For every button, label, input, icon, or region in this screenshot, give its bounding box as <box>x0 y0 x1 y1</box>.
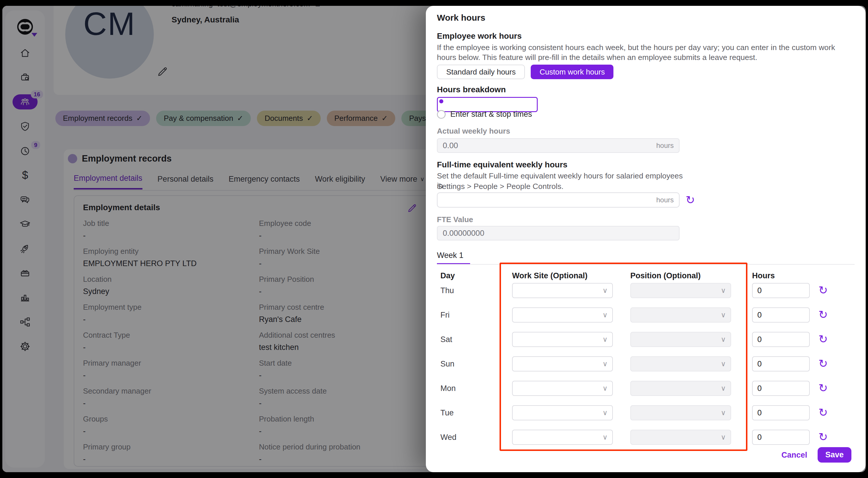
position-select[interactable]: ∨ <box>630 430 731 445</box>
day-label: Thu <box>440 286 454 295</box>
chevron-down-icon: ∨ <box>721 360 731 368</box>
day-label: Mon <box>440 384 456 393</box>
day-label: Tue <box>440 408 454 417</box>
hours-input[interactable] <box>753 332 809 346</box>
table-row-mon: Mon ∨ ∨ ↻ <box>426 381 866 396</box>
chevron-down-icon: ∨ <box>721 311 731 319</box>
work-site-select[interactable]: ∨ <box>512 405 613 420</box>
hours-input[interactable] <box>753 381 809 395</box>
chevron-down-icon: ∨ <box>602 384 612 392</box>
column-day: Day <box>440 271 455 280</box>
hours-input[interactable] <box>753 308 809 322</box>
hours-input[interactable] <box>753 357 809 371</box>
chevron-down-icon: ∨ <box>721 384 731 392</box>
chevron-down-icon: ∨ <box>721 336 731 344</box>
hours-input[interactable] <box>753 284 809 297</box>
chevron-down-icon: ∨ <box>721 409 731 417</box>
hours-suffix: hours <box>656 196 679 204</box>
actual-weekly-hours-input[interactable] <box>437 141 656 150</box>
fte-description-line2: Settings > People > People Controls. <box>437 181 684 191</box>
standard-daily-hours-button[interactable]: Standard daily hours <box>437 65 525 79</box>
hours-input[interactable] <box>753 406 809 420</box>
position-select[interactable]: ∨ <box>630 283 731 298</box>
fte-value-label: FTE Value <box>437 215 473 224</box>
chevron-down-icon: ∨ <box>721 286 731 295</box>
screen-frame-left <box>0 0 2 478</box>
reset-row-icon[interactable]: ↻ <box>818 407 828 418</box>
chevron-down-icon: ∨ <box>602 286 612 295</box>
custom-work-hours-button[interactable]: Custom work hours <box>531 65 613 79</box>
reset-row-icon[interactable]: ↻ <box>818 383 828 393</box>
work-site-select[interactable]: ∨ <box>512 308 613 323</box>
column-position: Position (Optional) <box>630 271 701 280</box>
position-select[interactable]: ∨ <box>630 332 731 347</box>
hours-breakdown-heading: Hours breakdown <box>437 85 506 94</box>
day-label: Fri <box>440 311 450 320</box>
work-site-select[interactable]: ∨ <box>512 283 613 298</box>
day-label: Sun <box>440 359 455 369</box>
hours-mode-toggle: Standard daily hours Custom work hours <box>437 65 613 79</box>
work-site-select[interactable]: ∨ <box>512 356 613 372</box>
work-site-select[interactable]: ∨ <box>512 430 613 445</box>
fte-value-input[interactable] <box>437 229 679 238</box>
radio-unselected-icon[interactable] <box>437 110 446 119</box>
reset-row-icon[interactable]: ↻ <box>818 309 828 320</box>
chevron-down-icon: ∨ <box>602 409 612 417</box>
fte-weekly-hours-input[interactable] <box>437 196 656 205</box>
chevron-down-icon: ∨ <box>721 433 731 441</box>
week-table-header: Day Work Site (Optional) Position (Optio… <box>426 271 866 280</box>
position-select[interactable]: ∨ <box>630 381 731 396</box>
work-hours-drawer: Work hours Employee work hours If the em… <box>426 6 866 472</box>
cancel-button[interactable]: Cancel <box>772 451 816 460</box>
week-table-rows: Thu ∨ ∨ ↻ Fri ∨ ∨ ↻ Sat ∨ ∨ ↻ Sun <box>426 283 866 454</box>
fte-weekly-hours-field: hours <box>437 192 680 208</box>
week-tabs-divider <box>437 264 855 265</box>
hours-field <box>752 405 810 420</box>
position-select[interactable]: ∨ <box>630 405 731 420</box>
hours-suffix: hours <box>656 141 679 150</box>
drawer-title: Work hours <box>437 13 485 23</box>
chevron-down-icon: ∨ <box>602 433 612 441</box>
column-work-site: Work Site (Optional) <box>512 271 588 280</box>
position-select[interactable]: ∨ <box>630 356 731 372</box>
screen-frame-top <box>0 0 868 6</box>
save-button[interactable]: Save <box>817 447 851 463</box>
app-window: 16 9 $ <box>2 6 866 472</box>
hours-field <box>752 430 810 445</box>
day-label: Wed <box>440 433 457 442</box>
hours-field <box>752 356 810 372</box>
table-row-fri: Fri ∨ ∨ ↻ <box>426 308 866 323</box>
hours-input[interactable] <box>753 430 809 444</box>
table-row-sun: Sun ∨ ∨ ↻ <box>426 356 866 372</box>
radio-enter-hours[interactable]: Enter hours <box>437 97 478 106</box>
reset-row-icon[interactable]: ↻ <box>818 432 828 443</box>
hours-field <box>752 332 810 347</box>
table-row-tue: Tue ∨ ∨ ↻ <box>426 405 866 420</box>
fte-weekly-heading: Full-time equivalent weekly hours <box>437 160 567 169</box>
screen-frame-right <box>866 0 868 478</box>
hours-field <box>752 283 810 298</box>
hours-field <box>752 381 810 396</box>
radio-enter-start-stop[interactable]: Enter start & stop times <box>437 110 532 119</box>
actual-weekly-hours-label: Actual weekly hours <box>437 127 510 136</box>
chevron-down-icon: ∨ <box>602 336 612 344</box>
work-site-select[interactable]: ∨ <box>512 381 613 396</box>
table-row-wed: Wed ∨ ∨ ↻ <box>426 430 866 445</box>
reset-row-icon[interactable]: ↻ <box>818 333 828 345</box>
chevron-down-icon: ∨ <box>602 360 612 368</box>
actual-weekly-hours-field: hours <box>437 138 680 153</box>
employee-work-hours-heading: Employee work hours <box>437 31 522 41</box>
reset-row-icon[interactable]: ↻ <box>818 358 828 369</box>
tab-week-1[interactable]: Week 1 <box>437 251 463 260</box>
screen-frame-bottom <box>0 472 868 478</box>
day-label: Sat <box>440 335 452 344</box>
position-select[interactable]: ∨ <box>630 308 731 323</box>
hours-field <box>752 308 810 323</box>
table-row-sat: Sat ∨ ∨ ↻ <box>426 332 866 347</box>
chevron-down-icon: ∨ <box>602 311 612 319</box>
work-site-select[interactable]: ∨ <box>512 332 613 347</box>
reset-fte-hours-icon[interactable]: ↻ <box>686 194 695 205</box>
reset-row-icon[interactable]: ↻ <box>818 285 828 296</box>
fte-value-field <box>437 226 680 241</box>
column-hours: Hours <box>752 271 775 280</box>
